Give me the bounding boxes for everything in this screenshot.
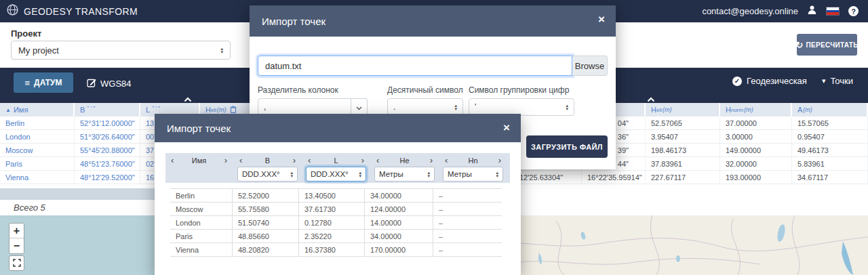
mapping-column-he: ‹ He › Метры ▴▾: [372, 156, 437, 183]
ru-flag-icon[interactable]: [826, 7, 840, 16]
close-icon[interactable]: ×: [598, 14, 605, 25]
cell-b: 55°45'20.88000": [75, 144, 140, 156]
cell-a: 5.83961: [792, 157, 868, 170]
cell-name: Moscow: [170, 203, 233, 215]
next-column-icon[interactable]: ›: [430, 156, 433, 165]
cell-name: Berlin: [0, 117, 75, 129]
column-header-name[interactable]: ▲ Имя: [0, 103, 75, 117]
grouping-group: Символ группировки цифр ' ▴▾: [469, 85, 574, 116]
format-select-b[interactable]: DDD.XXX° ▴▾: [237, 167, 298, 182]
select-arrows-icon: ▴▾: [290, 171, 293, 177]
select-arrows-icon: ▴▾: [496, 171, 498, 177]
mapping-column-b: ‹ B › DDD.XXX° ▴▾: [235, 156, 300, 183]
cell-name: London: [0, 130, 75, 143]
points-dropdown[interactable]: ▾ Точки: [822, 76, 853, 86]
next-column-icon[interactable]: ›: [498, 156, 501, 165]
cell-b: 12'25.63304": [514, 171, 582, 184]
brand-title: GEODESY TRANSFORM: [24, 6, 138, 17]
mapping-column-l: ‹ L › DDD.XXX° ▴▾: [303, 156, 369, 183]
format-select-he[interactable]: Метры ▴▾: [374, 167, 435, 182]
user-icon[interactable]: [807, 5, 817, 18]
prev-column-icon[interactable]: ‹: [308, 156, 311, 165]
project-select[interactable]: My project ▴▾: [11, 41, 231, 60]
table-row: 12'25.63304" 16°22'35.95914" 227.67117 1…: [514, 171, 868, 184]
modal-title: Импорт точек: [167, 123, 231, 134]
format-select-hn[interactable]: Метры ▴▾: [443, 167, 503, 182]
cell-name: Moscow: [0, 144, 75, 156]
cell-name: London: [170, 216, 233, 229]
edit-icon: [87, 78, 96, 89]
file-picker: Browse: [258, 56, 608, 76]
sort-asc-icon: ▲: [5, 107, 11, 113]
table-row: Berlin 52.52000 13.40500 34.00000 –: [170, 189, 502, 203]
prev-column-icon[interactable]: ‹: [239, 156, 242, 165]
chevron-down-icon: [356, 101, 362, 113]
fullscreen-button[interactable]: [9, 255, 24, 271]
select-arrows-icon: ▴▾: [359, 171, 361, 177]
select-arrows-icon: ▴▾: [454, 104, 457, 110]
contact-link[interactable]: contact@geodesy.online: [702, 6, 798, 16]
geodesic-option[interactable]: ✓ Геодезическая: [732, 76, 807, 86]
cell-hell: 227.67117: [646, 171, 720, 184]
cell-b: 52°31'12.00000": [75, 117, 140, 129]
close-icon[interactable]: ×: [503, 122, 510, 133]
cell-name: Vienna: [170, 243, 233, 256]
cell-name: Vienna: [0, 171, 75, 184]
cell-hell: 3.95407: [646, 130, 720, 143]
cell-hnorm: 193.00000: [720, 171, 792, 184]
cell-hnorm: 37.00000: [720, 117, 792, 129]
select-arrows-icon: ▴▾: [220, 47, 223, 54]
map-land: [475, 215, 868, 275]
next-column-icon[interactable]: ›: [293, 156, 296, 165]
column-header-b[interactable]: B° ′ ″: [75, 103, 140, 117]
brand: GEODESY TRANSFORM: [7, 4, 138, 18]
globe-icon: [7, 4, 18, 18]
decimal-group: Десятичный символ . ▴▾: [387, 85, 463, 116]
table-row: Vienna 48.20820 16.37380 170.00000 –: [170, 243, 502, 257]
browse-button[interactable]: Browse: [572, 56, 608, 76]
upload-file-button[interactable]: ЗАГРУЗИТЬ ФАЙЛ: [526, 135, 608, 158]
select-arrows-icon: ▴▾: [566, 104, 568, 110]
format-select-l[interactable]: DDD.XXX° ▴▾: [306, 167, 366, 182]
select-arrows-icon: ▴▾: [427, 171, 430, 177]
next-column-icon[interactable]: ›: [224, 156, 227, 165]
next-column-icon[interactable]: ›: [361, 156, 364, 165]
tab-datum[interactable]: ≡ ДАТУМ: [14, 72, 73, 93]
cell-hn: –: [433, 216, 502, 229]
zoom-out-button[interactable]: −: [9, 238, 24, 253]
cell-l: 2.35220: [299, 230, 365, 242]
refresh-icon: ↻: [795, 40, 803, 50]
prev-column-icon[interactable]: ‹: [445, 156, 448, 165]
cell-b: 48.85660: [233, 230, 299, 242]
trash-icon[interactable]: [230, 106, 237, 114]
modal-title: Импорт точек: [262, 16, 326, 27]
prev-column-icon[interactable]: ‹: [171, 156, 174, 165]
check-circle-icon: ✓: [732, 77, 742, 86]
chevron-up-icon[interactable]: [183, 93, 193, 102]
mapping-column-hn: ‹ Hn › Метры ▴▾: [440, 156, 506, 183]
cell-he: 34.00000: [365, 230, 433, 242]
separator-label: Разделитель колонок: [258, 85, 368, 95]
table-row: Moscow 55.75580 37.61730 124.00000 –: [170, 203, 502, 216]
cell-hnorm: 3.00000: [720, 130, 792, 143]
help-icon[interactable]: ?: [848, 6, 859, 16]
tab-wgs84[interactable]: WGS84: [87, 77, 132, 90]
modal-header: Импорт точек ×: [250, 5, 616, 37]
prev-column-icon[interactable]: ‹: [376, 156, 379, 165]
column-header-a[interactable]: A(m): [792, 103, 868, 117]
column-header-hnorm[interactable]: Hnorm(m): [720, 103, 792, 117]
zoom-in-button[interactable]: +: [9, 224, 24, 238]
column-header-hell[interactable]: Hell(m): [646, 103, 720, 117]
cell-he: 14.00000: [365, 216, 433, 229]
cell-b: 51.50740: [233, 216, 299, 229]
file-input[interactable]: [258, 56, 572, 76]
recalculate-button[interactable]: ↻ ПЕРЕСЧИТАТЬ: [797, 34, 857, 56]
chevron-up-icon[interactable]: [646, 93, 656, 102]
cell-name: Paris: [0, 157, 75, 170]
cell-hell: 52.57065: [646, 117, 720, 129]
project-select-value: My project: [18, 45, 59, 56]
grouping-label: Символ группировки цифр: [469, 85, 574, 95]
cell-hn: –: [433, 230, 502, 242]
cell-b: 48°12'29.52000": [75, 171, 140, 184]
cell-hn: –: [433, 203, 502, 215]
